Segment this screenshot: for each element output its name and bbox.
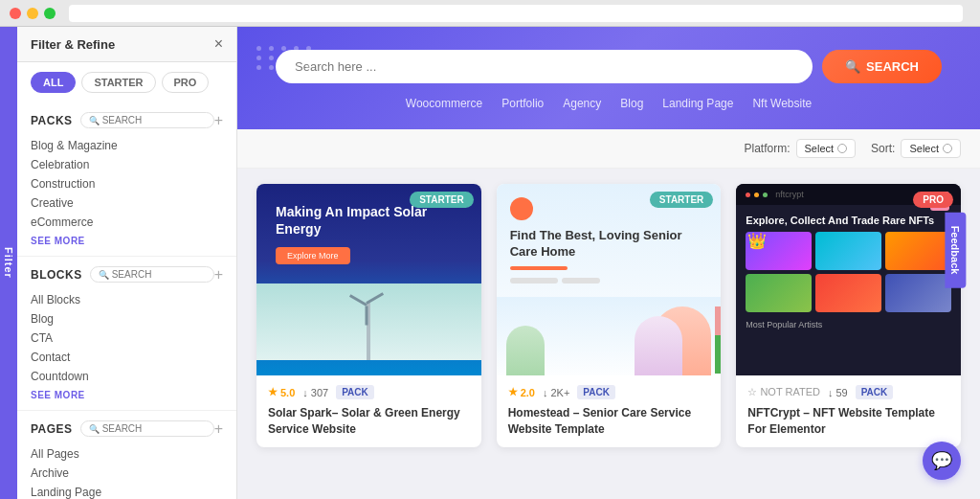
homestead-title: Homestead – Senior Care Service Website … [508,405,710,438]
download-icon: ↓ [302,387,308,398]
block-item-cta[interactable]: CTA [31,329,223,348]
hero-decoration-dots [256,46,314,70]
page-item-landing[interactable]: Landing Page [31,483,223,499]
solar-title: Solar Spark– Solar & Green Energy Servic… [268,405,470,438]
filter-section-packs: Packs 🔍 + Blog & Magazine Celebration Co… [17,102,236,257]
platform-select[interactable]: Select [796,139,857,158]
pages-add-button[interactable]: + [214,421,223,437]
star-icon: ★ [508,386,518,398]
controls-bar: Platform: Select Sort: Select [237,129,980,169]
sort-select-value: Select [909,143,939,154]
nav-link-landing-page[interactable]: Landing Page [662,97,733,110]
page-item-all[interactable]: All Pages [31,444,223,464]
solar-preview-button[interactable]: Explore More [276,247,350,264]
platform-control: Platform: Select [744,139,856,158]
platform-select-circle [837,144,847,153]
solar-downloads: ↓ 307 [302,387,328,398]
packs-add-button[interactable]: + [214,113,223,128]
nav-link-nft-website[interactable]: Nft Website [752,97,812,110]
minimize-traffic-light[interactable] [27,8,38,19]
block-item-countdown[interactable]: Countdown [31,367,223,386]
tab-starter[interactable]: STARTER [81,72,155,93]
search-button-label: SEARCH [866,59,919,74]
packs-section-header: Packs 🔍 + [31,112,223,128]
nft-items-grid [746,232,951,312]
card-solar[interactable]: Making An Impact Solar Energy Explore Mo… [256,184,481,447]
page-item-archive[interactable]: Archive [31,464,223,483]
nft-content: 👑 Explore, Collect And Trade Rare NFTs M… [736,205,961,339]
card-solar-meta: ★ 5.0 ↓ 307 PACK [268,385,470,399]
maximize-traffic-light[interactable] [44,8,56,19]
sort-control: Sort: Select [871,139,961,158]
blocks-search-input[interactable] [112,269,206,280]
card-nft[interactable]: nftcrypt 👑 Explore, Collect And Trade Ra… [736,184,961,447]
filter-section-blocks: Blocks 🔍 + All Blocks Blog CTA Contact C… [17,257,236,411]
homestead-orange-dot [510,197,533,220]
nft-item-5 [815,274,881,312]
nft-item-6 [885,274,951,312]
filter-title: Filter & Refine [31,37,115,52]
sort-label: Sort: [871,142,895,155]
pages-search[interactable]: 🔍 [80,420,214,437]
filter-close-button[interactable]: × [214,36,223,52]
blocks-search[interactable]: 🔍 [90,266,214,283]
nft-not-rated: ☆ NOT RATED [747,386,820,398]
nav-link-portfolio[interactable]: Portfolio [501,97,544,110]
homestead-badge: STARTER [650,192,713,208]
nft-title: NFTCrypt – NFT Website Template For Elem… [747,405,949,438]
blocks-see-more[interactable]: SEE MORE [31,390,223,400]
homestead-image-area [497,297,722,375]
close-traffic-light[interactable] [10,8,21,19]
nft-item-2 [815,232,881,270]
homestead-type: PACK [577,385,615,399]
star-icon: ★ [268,386,278,398]
card-homestead[interactable]: Find The Best, Loving Senior Care Home [497,184,722,447]
packs-search[interactable]: 🔍 [80,112,214,128]
pages-search-input[interactable] [102,423,206,434]
block-item-contact[interactable]: Contact [31,348,223,367]
filter-toggle[interactable]: Filter [0,27,17,499]
pack-item-ecommerce[interactable]: eCommerce [31,213,223,232]
nft-preview-headline: Explore, Collect And Trade Rare NFTs [746,215,951,226]
address-bar[interactable] [69,5,963,22]
nft-crown-icon: 👑 [747,232,767,250]
packs-title: Packs [31,114,73,127]
packs-see-more[interactable]: SEE MORE [31,236,223,246]
solar-preview-bottom [256,284,481,360]
platform-select-value: Select [805,143,835,154]
nft-item-3 [885,232,951,270]
card-solar-info: ★ 5.0 ↓ 307 PACK Solar Spark– Solar & Gr… [256,375,481,447]
tab-pro[interactable]: PRO [162,72,210,93]
feedback-tab[interactable]: Feedback [946,212,967,287]
pack-item-celebration[interactable]: Celebration [31,155,223,174]
block-item-blog[interactable]: Blog [31,309,223,329]
block-item-all[interactable]: All Blocks [31,290,223,309]
sort-select[interactable]: Select [901,139,961,158]
nav-link-agency[interactable]: Agency [563,97,601,110]
blocks-add-button[interactable]: + [214,267,223,283]
card-homestead-preview: Find The Best, Loving Senior Care Home [497,184,722,375]
packs-search-input[interactable] [102,115,206,125]
nav-link-woocommerce[interactable]: Woocommerce [406,97,482,110]
filter-section-pages: Pages 🔍 + All Pages Archive Landing Page… [17,411,236,499]
pack-item-construction[interactable]: Construction [31,174,223,193]
chat-icon: 💬 [931,450,952,471]
solar-preview-headline: Making An Impact Solar Energy [276,203,462,238]
solar-preview-image [256,284,481,360]
platform-label: Platform: [744,142,790,155]
card-nft-meta: ☆ NOT RATED ↓ 59 PACK [747,385,949,399]
pack-item-blog[interactable]: Blog & Magazine [31,136,223,155]
nft-type: PACK [856,385,894,399]
main-layout: Filter Filter & Refine × ALL STARTER PRO… [0,27,980,499]
nav-link-blog[interactable]: Blog [620,97,643,110]
tab-all[interactable]: ALL [31,72,76,93]
card-homestead-info: ★ 2.0 ↓ 2K+ PACK Homestead – Senior Care… [497,375,722,447]
nft-downloads: ↓ 59 [828,387,848,398]
pack-item-creative[interactable]: Creative [31,193,223,213]
filter-toggle-label: Filter [3,247,14,279]
chat-button[interactable]: 💬 [923,442,961,480]
search-input[interactable] [295,59,793,74]
hero-nav-links: Woocommerce Portfolio Agency Blog Landin… [276,97,942,110]
card-homestead-meta: ★ 2.0 ↓ 2K+ PACK [508,385,710,399]
search-button[interactable]: 🔍 SEARCH [822,50,942,83]
